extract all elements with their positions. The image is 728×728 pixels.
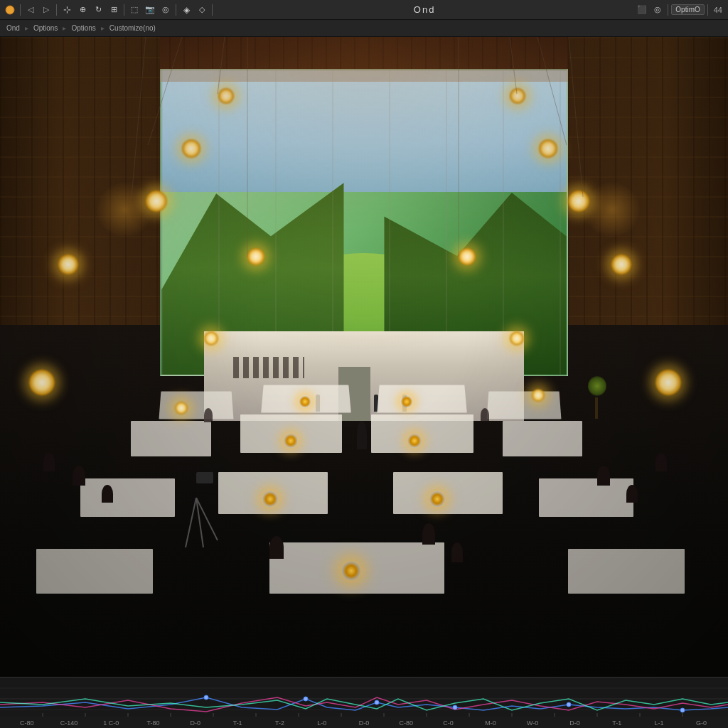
sep4 xyxy=(176,4,176,16)
table-far-center-2 xyxy=(378,385,467,413)
view-icon[interactable]: ⬚ xyxy=(127,3,141,17)
globe-light-2 xyxy=(510,88,525,104)
person-5 xyxy=(626,485,638,503)
timeline-label-4: D-0 xyxy=(174,719,216,727)
table-front-right-1 xyxy=(539,478,633,517)
globe-light-5 xyxy=(146,191,167,212)
table-mid-left-1 xyxy=(131,421,211,456)
timeline-label-0: C-80 xyxy=(6,719,48,727)
timeline-label-15: L-1 xyxy=(638,719,680,727)
sep6 xyxy=(668,4,668,16)
globe-light-3 xyxy=(182,139,200,158)
person-front-3 xyxy=(451,542,463,562)
timeline-label-7: L-0 xyxy=(301,719,343,727)
person-back-2 xyxy=(481,408,489,422)
move-tool[interactable]: ⊕ xyxy=(75,3,90,17)
person-waiter xyxy=(357,421,367,449)
scene-icon[interactable]: ◎ xyxy=(651,3,665,17)
timeline-label-2: 1 C-0 xyxy=(90,719,132,727)
timeline-label-8: D-0 xyxy=(343,719,385,727)
toolbar2-item-1[interactable]: Ond xyxy=(4,24,22,32)
globe-light-13 xyxy=(204,331,218,346)
toolbar2-item-3[interactable]: Options xyxy=(69,24,97,32)
toolbar2-sep-3: ▸ xyxy=(101,24,105,32)
svg-rect-12 xyxy=(0,678,728,717)
app-icon xyxy=(3,3,17,17)
timeline-area: C-80 C-140 1 C-0 T-80 D-0 T-1 T-2 L-0 D-… xyxy=(0,677,728,728)
timeline-label-10: C-0 xyxy=(427,719,469,727)
table-front-left-1 xyxy=(80,478,175,517)
toolbar2-sep-2: ▸ xyxy=(63,24,66,32)
timeline-label-16: G-0 xyxy=(680,719,722,727)
edit-mode-icon[interactable]: ◈ xyxy=(179,3,193,17)
globe-light-7 xyxy=(58,255,78,274)
back-icon[interactable]: ◁ xyxy=(23,3,38,17)
table-far-left-1 xyxy=(159,392,234,419)
sep3 xyxy=(124,4,124,16)
render-engine-btn[interactable]: OptimO xyxy=(671,4,704,15)
table-close-left xyxy=(36,549,153,594)
back-window xyxy=(160,69,567,376)
toolbar2-sep-1: ▸ xyxy=(25,24,28,32)
table-close-right xyxy=(568,549,685,594)
timeline-label-11: M-0 xyxy=(469,719,511,727)
object-mode-icon[interactable]: ◇ xyxy=(195,3,209,17)
timeline-label-12: W-0 xyxy=(512,719,554,727)
globe-light-8 xyxy=(29,370,55,395)
globe-light-14 xyxy=(510,331,524,346)
person-1 xyxy=(73,466,85,486)
camera-icon[interactable]: 📷 xyxy=(143,3,157,17)
menu-bar[interactable]: ◁ ▷ ⊹ ⊕ ↻ ⊞ ⬚ 📷 ◎ ◈ ◇ Ond ⬛ ◎ OptimO 44 xyxy=(0,0,728,20)
audience-seats xyxy=(233,357,304,378)
table-front-center-2 xyxy=(393,472,503,514)
viewport xyxy=(0,37,728,677)
frame-counter: 44 xyxy=(711,6,725,14)
timeline-labels: C-80 C-140 1 C-0 T-80 D-0 T-1 T-2 L-0 D-… xyxy=(0,717,728,728)
globe-light-4 xyxy=(539,139,557,158)
globe-light-15 xyxy=(532,389,545,402)
person-2 xyxy=(102,485,113,503)
svg-point-18 xyxy=(375,700,379,705)
table-far-right-1 xyxy=(487,392,562,419)
timeline-svg xyxy=(0,678,728,717)
cursor-tool[interactable]: ⊹ xyxy=(60,3,74,17)
svg-point-17 xyxy=(304,697,308,701)
scale-tool[interactable]: ⊞ xyxy=(107,3,121,17)
svg-point-16 xyxy=(204,695,208,700)
svg-point-19 xyxy=(453,705,457,710)
svg-point-21 xyxy=(680,708,685,712)
timeline-label-14: T-1 xyxy=(596,719,638,727)
table-mid-center-2 xyxy=(371,414,473,453)
sep7 xyxy=(707,4,708,16)
globe-light-9 xyxy=(611,255,631,274)
centerpiece-6 xyxy=(429,491,445,507)
sep1 xyxy=(20,4,21,16)
globe-light-12 xyxy=(459,248,476,265)
table-mid-right-1 xyxy=(503,421,583,456)
forward-icon[interactable]: ▷ xyxy=(39,3,53,17)
sep2 xyxy=(56,4,57,16)
light-icon[interactable]: ◎ xyxy=(159,3,173,17)
render-icon[interactable]: ⬛ xyxy=(635,3,649,17)
secondary-toolbar: Ond ▸ Options ▸ Options ▸ Customize(no) xyxy=(0,20,728,37)
timeline-label-3: T-80 xyxy=(132,719,174,727)
rotate-tool[interactable]: ↻ xyxy=(91,3,105,17)
toolbar2-item-2[interactable]: Options xyxy=(31,24,60,32)
svg-point-20 xyxy=(567,702,571,707)
sep5 xyxy=(212,4,213,16)
toolbar2-item-4[interactable]: Customize(no) xyxy=(107,24,158,32)
timeline-label-5: T-1 xyxy=(216,719,258,727)
timeline-label-6: T-2 xyxy=(259,719,301,727)
timeline-label-9: C-80 xyxy=(385,719,427,727)
timeline-graph xyxy=(0,678,728,717)
person-6 xyxy=(655,453,667,471)
person-front-2 xyxy=(422,523,435,545)
person-4 xyxy=(597,466,610,486)
globe-light-6 xyxy=(568,191,589,212)
person-back-1 xyxy=(204,408,213,422)
globe-light-11 xyxy=(247,248,264,265)
globe-light-16 xyxy=(175,402,188,414)
person-3 xyxy=(43,453,55,471)
render-area xyxy=(0,37,728,677)
plant-right xyxy=(582,376,611,419)
